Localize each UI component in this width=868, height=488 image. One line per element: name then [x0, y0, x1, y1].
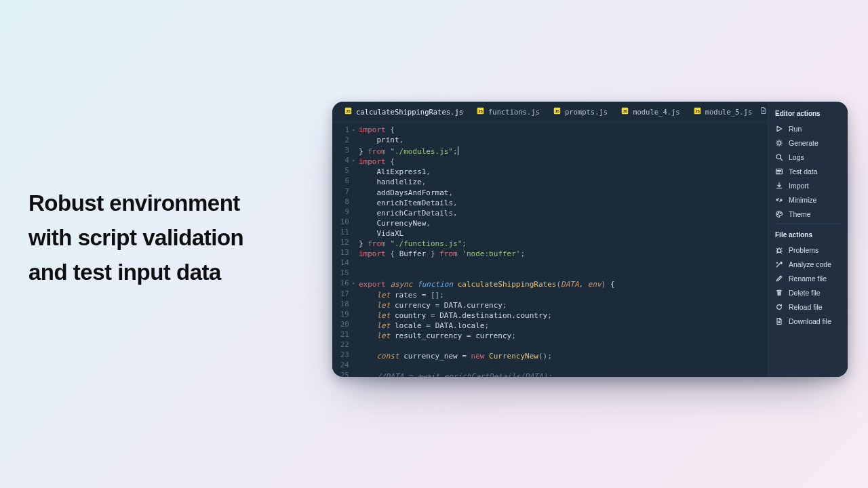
file-action-reload-file[interactable]: Reload file — [774, 300, 842, 314]
file-action-delete-file[interactable]: Delete file — [774, 285, 842, 300]
svg-point-13 — [778, 212, 779, 213]
tab-functions-js[interactable]: JSfunctions.js — [470, 104, 547, 120]
wand-icon — [775, 260, 783, 268]
sparkle-icon — [775, 139, 783, 147]
svg-text:JS: JS — [623, 109, 627, 113]
tab-module_5-js[interactable]: JSmodule_5.js — [687, 104, 760, 120]
action-label: Rename file — [789, 274, 827, 283]
sidebar-divider — [774, 224, 842, 224]
action-label: Delete file — [789, 289, 821, 297]
file-down-icon — [775, 317, 783, 325]
action-label: Analyze code — [789, 260, 831, 268]
svg-point-14 — [781, 212, 781, 213]
action-label: Minimize — [789, 196, 816, 204]
marketing-headline: Robust environment with script validatio… — [28, 186, 307, 289]
tab-label: functions.js — [488, 108, 540, 116]
js-file-icon: JS — [621, 107, 629, 116]
action-label: Theme — [789, 210, 811, 218]
tab-label: module_5.js — [705, 108, 753, 116]
headline-line: Robust environment — [28, 186, 307, 220]
editor-codewrap: 1234567891011121314151617181920212223242… — [332, 122, 768, 377]
editor-action-import[interactable]: Import — [774, 178, 842, 192]
js-file-icon: JS — [344, 107, 352, 116]
file-action-problems[interactable]: Problems — [774, 243, 842, 257]
tab-label: module_4.js — [633, 108, 680, 116]
svg-text:JS: JS — [695, 109, 700, 113]
minimize-icon — [775, 196, 783, 204]
list-icon — [775, 167, 783, 176]
action-label: Run — [789, 125, 802, 133]
editor-main: JScalculateShippingRates.jsJSfunctions.j… — [332, 102, 768, 377]
svg-point-15 — [777, 249, 781, 252]
file-action-analyze-code[interactable]: Analyze code — [774, 257, 842, 271]
svg-text:JS: JS — [555, 109, 559, 113]
pencil-icon — [775, 274, 783, 283]
trash-icon — [775, 289, 783, 297]
action-label: Generate — [789, 139, 818, 147]
editor-action-test-data[interactable]: Test data — [774, 164, 842, 178]
tab-module_4-js[interactable]: JSmodule_4.js — [614, 104, 687, 120]
action-label: Reload file — [789, 303, 823, 311]
new-file-button[interactable] — [759, 106, 768, 117]
new-file-icon — [760, 106, 768, 117]
tab-label: prompts.js — [565, 108, 608, 116]
editor-action-logs[interactable]: Logs — [774, 150, 842, 164]
editor-action-run[interactable]: Run — [774, 121, 842, 136]
file-actions-heading: File actions — [774, 228, 842, 243]
tab-prompts-js[interactable]: JSprompts.js — [547, 104, 614, 120]
headline-line: with script validation — [28, 220, 307, 255]
palette-icon — [775, 210, 783, 218]
headline-line: and test input data — [28, 255, 307, 289]
js-file-icon: JS — [553, 107, 561, 116]
bug-icon — [775, 246, 783, 254]
file-action-rename-file[interactable]: Rename file — [774, 271, 842, 285]
action-label: Download file — [789, 317, 831, 325]
editor-action-theme[interactable]: Theme — [774, 207, 842, 221]
js-file-icon: JS — [477, 107, 484, 116]
tab-label: calculateShippingRates.js — [356, 108, 463, 116]
search-icon — [775, 153, 783, 161]
file-action-download-file[interactable]: Download file — [774, 314, 842, 328]
editor-action-minimize[interactable]: Minimize — [774, 192, 842, 207]
tab-calculateShippingRates-js[interactable]: JScalculateShippingRates.js — [338, 104, 470, 120]
svg-point-12 — [777, 214, 778, 214]
play-icon — [775, 125, 783, 133]
code-area[interactable]: import { print, } from "./modules.js"; i… — [353, 122, 768, 377]
code-editor: JScalculateShippingRates.jsJSfunctions.j… — [332, 102, 848, 377]
line-number-gutter: 1234567891011121314151617181920212223242… — [332, 122, 353, 377]
action-label: Test data — [789, 167, 818, 176]
download-icon — [775, 182, 783, 190]
action-label: Problems — [789, 246, 818, 254]
editor-actions-heading: Editor actions — [774, 107, 842, 121]
svg-text:JS: JS — [478, 109, 483, 113]
editor-tabs: JScalculateShippingRates.jsJSfunctions.j… — [332, 102, 768, 122]
svg-text:JS: JS — [346, 109, 351, 113]
js-file-icon: JS — [694, 107, 701, 116]
action-label: Logs — [789, 153, 804, 161]
editor-sidebar: Editor actions RunGenerateLogsTest dataI… — [768, 102, 848, 377]
editor-action-generate[interactable]: Generate — [774, 136, 842, 150]
action-label: Import — [789, 182, 809, 190]
reload-icon — [775, 303, 783, 311]
